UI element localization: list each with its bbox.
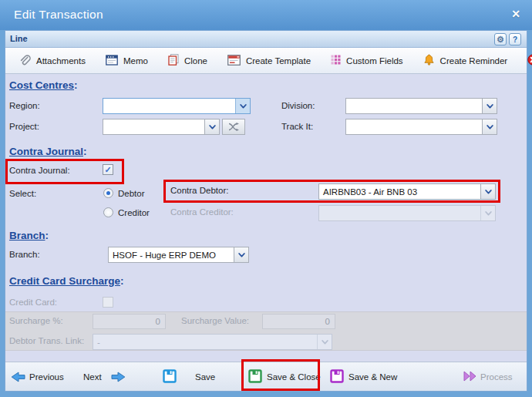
chevron-down-icon (480, 206, 495, 220)
dialog-titlebar: Edit Transaction ✕ (0, 0, 532, 30)
help-icon[interactable]: ? (509, 33, 521, 45)
credit-card-surcharge-heading: Credit Card Surcharge: (9, 275, 124, 287)
shuffle-icon (228, 120, 240, 134)
save-new-button[interactable]: Save & New (348, 372, 397, 382)
creditor-radio[interactable] (103, 207, 113, 217)
contra-debtor-label: Contra Debtor: (170, 186, 228, 195)
debtor-trans-link-label: Debtor Trans. Link: (9, 336, 84, 345)
contra-journal-checkbox[interactable]: ✓ (103, 164, 113, 175)
surcharge-pct-value: 0 (156, 317, 165, 326)
creditor-radio-label: Creditor (118, 208, 150, 217)
clone-document-icon (168, 54, 179, 67)
save-close-button[interactable]: Save & Close (267, 372, 321, 382)
line-panel-header: Line ⚙ ? (5, 31, 527, 48)
save-floppy-icon[interactable] (163, 369, 177, 383)
region-select[interactable] (103, 98, 251, 114)
surcharge-value-label: Surcharge Value: (181, 316, 249, 325)
toolbar-button-label: Memo (123, 56, 148, 66)
contra-creditor-select (318, 205, 496, 221)
contra-journal-heading: Contra Journal: (9, 146, 87, 157)
cost-centres-heading: Cost Centres: (9, 79, 78, 91)
region-label: Region: (9, 101, 40, 110)
branch-label: Branch: (9, 250, 40, 259)
attachments-button[interactable]: Attachments (8, 51, 96, 71)
template-window-icon (227, 55, 241, 67)
checkmark-icon: ✓ (104, 166, 111, 174)
save-close-floppy-icon[interactable] (248, 369, 262, 383)
gear-icon[interactable]: ⚙ (494, 33, 507, 45)
grid-icon (331, 55, 341, 66)
bell-icon (423, 54, 435, 67)
division-select[interactable] (345, 98, 497, 114)
create-template-button[interactable]: Create Template (217, 51, 321, 71)
chevron-down-icon (317, 335, 332, 349)
credit-card-label: Credit Card: (9, 298, 57, 307)
track-it-label: Track It: (281, 122, 313, 131)
branch-select[interactable]: HSOF - Huge ERP DEMO (108, 247, 249, 263)
debtor-trans-link-value: - (93, 338, 317, 347)
chevron-down-icon[interactable] (482, 119, 497, 134)
branch-heading: Branch: (9, 230, 49, 241)
toolbar-button-label: Create Reminder (440, 56, 508, 66)
chevron-down-icon[interactable] (204, 119, 219, 134)
contra-journal-label: Contra Journal: (9, 166, 70, 175)
chevron-down-icon[interactable] (480, 184, 495, 199)
surcharge-pct-label: Surcharge %: (9, 316, 63, 325)
save-new-floppy-icon[interactable] (330, 369, 344, 383)
next-arrow-icon[interactable] (111, 372, 126, 382)
next-button[interactable]: Next (83, 372, 102, 382)
debtor-radio[interactable] (103, 188, 113, 198)
project-select[interactable] (103, 119, 220, 135)
line-panel-title: Line (10, 34, 28, 43)
track-it-select[interactable] (345, 119, 497, 135)
memo-button[interactable]: Memo (96, 51, 158, 71)
save-button[interactable]: Save (195, 372, 215, 382)
custom-fields-button[interactable]: Custom Fields (321, 51, 413, 71)
edit-transaction-dialog: Edit Transaction ✕ Line ⚙ ? Attachments … (0, 0, 532, 397)
close-button[interactable]: Close (517, 51, 532, 71)
chevron-down-icon[interactable] (482, 99, 497, 113)
close-circle-icon (527, 54, 532, 67)
contra-creditor-label: Contra Creditor: (170, 207, 234, 217)
project-split-button[interactable] (222, 119, 245, 135)
clone-button[interactable]: Clone (158, 51, 217, 71)
contra-debtor-value: AIRBNB03 - Air BNB 03 (319, 187, 480, 197)
project-label: Project: (9, 122, 39, 131)
dialog-title: Edit Transaction (14, 8, 103, 22)
process-arrows-icon (463, 371, 477, 382)
select-label: Select: (9, 189, 36, 198)
branch-value: HSOF - Huge ERP DEMO (109, 251, 234, 260)
chevron-down-icon[interactable] (234, 247, 248, 262)
previous-button[interactable]: Previous (29, 372, 64, 382)
surcharge-value-value: 0 (325, 317, 335, 326)
toolbar-button-label: Create Template (246, 56, 311, 66)
memo-icon (106, 55, 118, 67)
create-reminder-button[interactable]: Create Reminder (413, 51, 518, 71)
record-toolbar: Attachments Memo Clone Create Template (5, 48, 527, 74)
contra-debtor-select[interactable]: AIRBNB03 - Air BNB 03 (318, 183, 496, 200)
paperclip-icon (19, 54, 31, 68)
dialog-close-icon[interactable]: ✕ (511, 8, 520, 20)
debtor-trans-link-select: - (93, 334, 332, 350)
toolbar-button-label: Clone (184, 56, 207, 66)
previous-arrow-icon[interactable] (11, 372, 25, 382)
toolbar-button-label: Custom Fields (346, 56, 403, 66)
debtor-radio-label: Debtor (118, 189, 145, 198)
chevron-down-icon[interactable] (235, 99, 250, 113)
process-button: Process (480, 372, 513, 382)
division-label: Division: (281, 101, 315, 110)
surcharge-value-input: 0 (262, 314, 335, 329)
toolbar-button-label: Attachments (36, 56, 86, 66)
credit-card-checkbox (103, 297, 113, 308)
surcharge-pct-input: 0 (93, 314, 166, 329)
